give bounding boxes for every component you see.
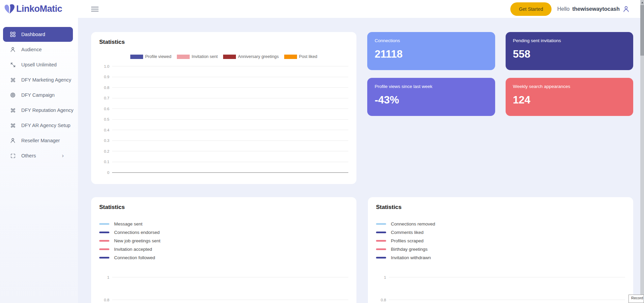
get-started-button[interactable]: Get Started xyxy=(510,2,552,16)
sidebar-item[interactable]: Upsell Unlimited xyxy=(0,57,78,72)
sidebar-nav: Dashboard Audience Upsell Unlimited DFY … xyxy=(0,18,78,303)
legend-label: Post liked xyxy=(299,54,317,59)
legend-line-swatch xyxy=(376,240,386,242)
stat-card-value: 124 xyxy=(513,94,626,106)
gridline-row: 1.0 xyxy=(99,61,348,72)
legend-line-swatch xyxy=(99,240,109,242)
sidebar-item[interactable]: Audience xyxy=(0,42,78,57)
y-axis-tick-label: 0.5 xyxy=(99,117,109,121)
legend-item[interactable]: Connections endorsed xyxy=(99,229,348,235)
user-greeting[interactable]: Hello thewisewaytocash xyxy=(557,5,630,13)
gridline xyxy=(112,109,348,109)
top-header: LinkoMatic Get Started Hello thewisewayt… xyxy=(0,0,644,18)
sidebar-item[interactable]: DFY Marketing Agency xyxy=(0,72,78,87)
chevron-right-icon: › xyxy=(62,152,64,159)
legend-label: Profile viewed xyxy=(145,54,171,59)
chart-legend: Message sent Connections endorsed New jo… xyxy=(99,221,348,261)
brand-name: LinkoMatic xyxy=(16,4,62,14)
legend-label: Connection followed xyxy=(114,255,155,260)
y-axis-tick-label: 0.8 xyxy=(376,298,386,302)
sidebar-item[interactable]: DFY Reputation Agency xyxy=(0,103,78,118)
legend-item[interactable]: Comments liked xyxy=(376,229,625,235)
chart-legend: Connections removed Comments liked Profi… xyxy=(376,221,625,261)
sidebar-item[interactable]: Reseller Manager xyxy=(0,133,78,148)
gridline xyxy=(112,77,348,77)
gridline xyxy=(112,119,348,120)
legend-item[interactable]: Message sent xyxy=(99,221,348,227)
legend-item[interactable]: Connections removed xyxy=(376,221,625,227)
gridline xyxy=(112,172,348,173)
gridline xyxy=(112,66,348,66)
y-axis-tick-label: 0.3 xyxy=(99,139,109,143)
stat-card-label: Pending sent invitations xyxy=(513,38,626,43)
legend-item[interactable]: Birthday greetings xyxy=(376,246,625,252)
sidebar-item-label: DFY Marketing Agency xyxy=(21,77,71,83)
corners-icon xyxy=(9,152,16,159)
stat-card-value: 558 xyxy=(513,48,626,60)
legend-label: Connections endorsed xyxy=(114,230,160,235)
sidebar-item[interactable]: Dashboard xyxy=(3,27,73,42)
y-axis-tick-label: 0 xyxy=(99,171,109,175)
legend-swatch xyxy=(177,55,190,59)
user-icon xyxy=(9,46,16,53)
sidebar-item-label: DFY Reputation Agency xyxy=(21,108,74,113)
person-icon[interactable] xyxy=(622,5,630,13)
gridline xyxy=(112,130,348,130)
gridline-row: 0.8 xyxy=(99,289,348,303)
y-axis-tick-label: 0.7 xyxy=(99,96,109,100)
gridline-row: 1 xyxy=(376,266,625,289)
legend-item[interactable]: Post liked xyxy=(284,54,317,59)
legend-label: Invitation accepted xyxy=(114,247,152,252)
gridline-row: 0.8 xyxy=(99,82,348,93)
legend-item[interactable]: Invitation sent xyxy=(177,54,218,59)
sidebar-item[interactable]: DFY Campaign xyxy=(0,88,78,102)
legend-item[interactable]: New job greetings sent xyxy=(99,238,348,244)
record-overlay[interactable]: Record xyxy=(628,295,644,303)
legend-item[interactable]: Connection followed xyxy=(99,254,348,261)
gridline xyxy=(112,151,348,151)
grid-icon xyxy=(9,31,16,38)
legend-label: Profiles scraped xyxy=(391,238,424,243)
scrollbar-thumb[interactable] xyxy=(640,5,644,56)
vertical-scrollbar[interactable] xyxy=(640,0,644,303)
legend-line-swatch xyxy=(376,248,386,250)
y-axis-tick-label: 0.9 xyxy=(99,75,109,79)
stat-card-label: Weekly search appearances xyxy=(513,84,626,89)
expand-arrows-icon xyxy=(9,61,16,68)
chart-plot-area: 1 0.8 xyxy=(376,266,625,303)
chart-plot-area: 1.0 0.9 0.8 0.7 0.6 xyxy=(99,61,348,178)
legend-item[interactable]: Invitation withdrawn xyxy=(376,254,625,261)
legend-item[interactable]: Profile viewed xyxy=(130,54,171,59)
sidebar-item-label: Audience xyxy=(21,47,42,52)
stat-card[interactable]: Pending sent invitations 558 xyxy=(506,32,634,70)
stat-card[interactable]: Profile views since last week -43% xyxy=(367,78,495,116)
scroll-up-arrow-icon[interactable] xyxy=(640,0,644,5)
stat-card-label: Profile views since last week xyxy=(375,84,488,89)
brand-logo[interactable]: LinkoMatic xyxy=(3,3,78,15)
hamburger-icon[interactable] xyxy=(91,6,99,12)
y-axis-tick-label: 1 xyxy=(99,275,109,279)
gridline xyxy=(112,277,348,277)
stat-cards-grid: Connections 21118 Pending sent invitatio… xyxy=(367,32,633,184)
command-icon xyxy=(9,77,16,83)
y-axis-tick-label: 0.4 xyxy=(99,128,109,132)
gridline xyxy=(112,141,348,141)
gridline-row: 0.7 xyxy=(99,93,348,104)
sidebar-item[interactable]: DFY AR Agency Setup xyxy=(0,118,78,133)
legend-item[interactable]: Profiles scraped xyxy=(376,238,625,244)
sidebar-item-label: DFY Campaign xyxy=(21,92,55,98)
gridline-row: 0.5 xyxy=(99,114,348,125)
command-icon xyxy=(9,107,16,114)
gridline-row: 0.9 xyxy=(99,72,348,83)
stat-card[interactable]: Weekly search appearances 124 xyxy=(506,78,634,116)
sidebar-item-label: Others xyxy=(21,153,36,158)
stat-card[interactable]: Connections 21118 xyxy=(367,32,495,70)
legend-item[interactable]: Invitation accepted xyxy=(99,246,348,252)
user-icon xyxy=(9,137,16,144)
sidebar-item[interactable]: Others › xyxy=(0,148,78,163)
chart-legend: Profile viewed Invitation sent Anniversa… xyxy=(99,54,348,59)
chart-title: Statistics xyxy=(376,204,625,211)
y-axis-tick-label: 1 xyxy=(376,275,386,279)
legend-item[interactable]: Anniversary greetings xyxy=(223,54,279,59)
sidebar-item-label: Upsell Unlimited xyxy=(21,62,57,67)
